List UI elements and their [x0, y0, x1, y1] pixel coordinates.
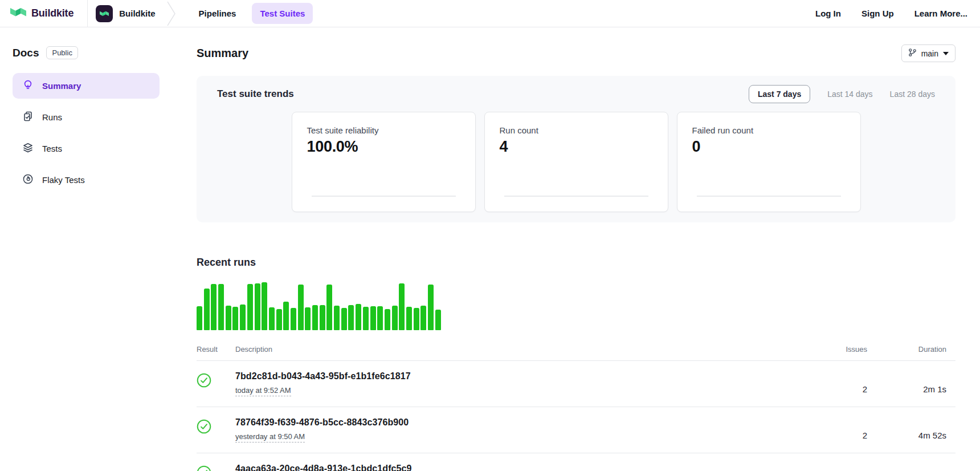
run-id-link[interactable]: 78764f39-f639-4876-b5cc-8843c376b900 — [235, 417, 816, 428]
top-nav: Buildkite Buildkite Pipelines Test Suite… — [0, 0, 980, 27]
breadcrumb-chevron-icon — [166, 1, 177, 27]
stat-label: Failed run count — [692, 125, 846, 135]
sidebar-item-label: Tests — [42, 144, 62, 153]
passed-check-icon — [197, 371, 235, 390]
run-bar[interactable] — [312, 305, 318, 330]
buildkite-logo[interactable]: Buildkite — [10, 7, 74, 20]
run-bar[interactable] — [320, 305, 325, 330]
sidebar-item-label: Flaky Tests — [42, 175, 85, 185]
sidebar-item-label: Summary — [42, 81, 81, 91]
sidebar-item-summary[interactable]: Summary — [13, 73, 160, 99]
nav-links: Log In Sign Up Learn More... — [815, 9, 970, 18]
sidebar-item-tests[interactable]: Tests — [13, 136, 160, 161]
run-bar[interactable] — [247, 284, 253, 330]
flame-icon — [22, 173, 34, 186]
run-bar[interactable] — [255, 283, 260, 330]
passed-check-icon — [197, 417, 235, 436]
run-bar[interactable] — [334, 306, 340, 330]
run-bar[interactable] — [226, 306, 231, 330]
sidebar-nav: Summary Runs — [13, 73, 160, 193]
clipboard-check-icon — [22, 111, 34, 124]
run-bar[interactable] — [399, 283, 405, 330]
run-bar[interactable] — [420, 306, 426, 330]
run-bar[interactable] — [385, 309, 390, 330]
run-bar[interactable] — [435, 310, 441, 330]
test-suite-trends-panel: Test suite trends Last 7 days Last 14 da… — [197, 76, 956, 222]
tab-pipelines[interactable]: Pipelines — [191, 3, 244, 24]
git-branch-icon — [908, 48, 917, 59]
recent-runs-table: Result Description Issues Duration 7bd2c… — [197, 345, 956, 471]
run-bar[interactable] — [218, 284, 224, 330]
range-last-14-days[interactable]: Last 14 days — [827, 90, 872, 99]
run-bar[interactable] — [370, 306, 376, 330]
run-bar[interactable] — [269, 307, 275, 330]
learn-more-link[interactable]: Learn More... — [914, 9, 967, 18]
branch-name: main — [921, 49, 938, 58]
sign-up-link[interactable]: Sign Up — [861, 9, 894, 18]
sidebar-item-flaky-tests[interactable]: Flaky Tests — [13, 167, 160, 193]
branch-selector-button[interactable]: main — [901, 44, 956, 62]
col-result: Result — [197, 345, 235, 354]
table-row: 4aaca63a-20ce-4d8a-913e-1cbdc1dfc5c9 2 2… — [197, 453, 956, 471]
lightbulb-icon — [22, 79, 34, 92]
run-bar[interactable] — [348, 305, 354, 330]
stat-card-failed-run-count: Failed run count 0 — [677, 112, 861, 212]
stat-value: 4 — [500, 138, 653, 156]
sidebar-item-label: Runs — [42, 112, 62, 122]
recent-runs-title: Recent runs — [197, 257, 956, 269]
run-bar[interactable] — [377, 306, 383, 330]
run-issues: 2 — [816, 417, 867, 440]
run-bar[interactable] — [428, 285, 434, 330]
stats-row: Test suite reliability 100.0% Run count … — [210, 112, 942, 212]
col-issues: Issues — [816, 345, 867, 354]
layers-icon — [22, 142, 34, 155]
run-bar[interactable] — [204, 289, 210, 330]
stat-card-reliability: Test suite reliability 100.0% — [292, 112, 476, 212]
run-bar[interactable] — [298, 285, 304, 330]
run-bar[interactable] — [363, 307, 369, 330]
run-bar[interactable] — [276, 309, 282, 330]
range-last-28-days[interactable]: Last 28 days — [890, 90, 935, 99]
stat-label: Run count — [500, 125, 653, 135]
run-bar[interactable] — [197, 306, 202, 330]
suite-title: Docs — [13, 47, 39, 59]
run-duration: 2m 1s — [867, 371, 956, 394]
run-bar[interactable] — [232, 307, 238, 330]
range-last-7-days[interactable]: Last 7 days — [749, 85, 810, 103]
recent-runs-bar-chart — [197, 280, 956, 330]
main-content: Summary main Test suite trends Last 7 da… — [197, 27, 980, 471]
run-bar[interactable] — [283, 302, 289, 330]
run-bar[interactable] — [262, 282, 267, 330]
trends-title: Test suite trends — [210, 88, 294, 100]
stat-card-run-count: Run count 4 — [484, 112, 668, 212]
flat-sparkline — [504, 196, 648, 197]
brand-wordmark: Buildkite — [31, 7, 74, 19]
run-bar[interactable] — [305, 307, 311, 330]
log-in-link[interactable]: Log In — [815, 9, 841, 18]
run-bar[interactable] — [326, 285, 332, 330]
col-duration: Duration — [867, 345, 956, 354]
buildkite-mark-icon — [10, 7, 26, 20]
run-timestamp[interactable]: today at 9:52 AM — [235, 386, 291, 396]
tab-test-suites[interactable]: Test Suites — [252, 3, 313, 24]
chevron-down-icon — [943, 52, 949, 55]
run-bar[interactable] — [414, 308, 419, 330]
run-bar[interactable] — [291, 308, 296, 330]
run-bar[interactable] — [356, 304, 361, 330]
public-badge: Public — [46, 46, 77, 59]
run-bar[interactable] — [240, 304, 246, 330]
run-id-link[interactable]: 7bd2c81d-b043-4a43-95bf-e1b1fe6c1817 — [235, 371, 816, 381]
run-duration: 4m 52s — [867, 417, 956, 440]
flat-sparkline — [312, 196, 456, 197]
org-breadcrumb[interactable]: Buildkite — [96, 5, 155, 22]
run-timestamp[interactable]: yesterday at 9:50 AM — [235, 432, 305, 442]
run-bar[interactable] — [341, 308, 347, 330]
sidebar-item-runs[interactable]: Runs — [13, 104, 160, 130]
flat-sparkline — [697, 196, 841, 197]
run-bar[interactable] — [392, 306, 398, 330]
run-issues: 2 — [816, 464, 867, 471]
run-id-link[interactable]: 4aaca63a-20ce-4d8a-913e-1cbdc1dfc5c9 — [235, 464, 816, 471]
run-bar[interactable] — [211, 284, 217, 330]
run-bar[interactable] — [406, 307, 412, 330]
sidebar: Docs Public Summary — [0, 27, 197, 471]
